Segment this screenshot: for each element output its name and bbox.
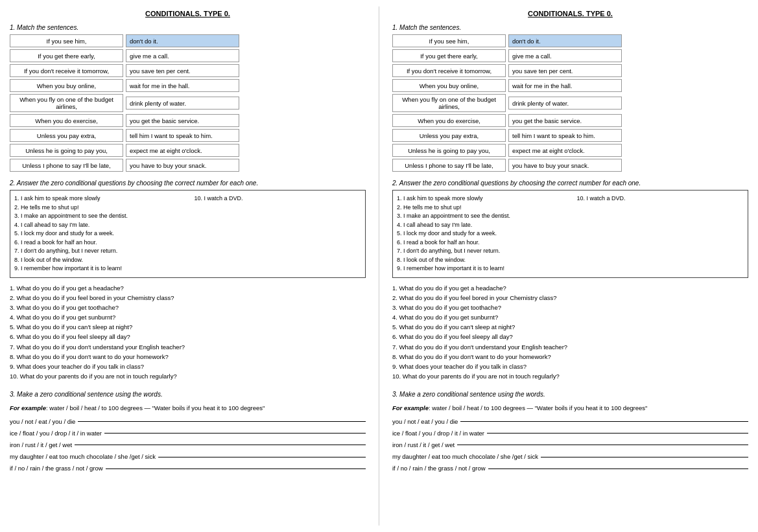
match-right-cell: you save ten per cent. [126,64,239,77]
fill-underline [541,457,748,457]
left-section3: 3. Make a zero conditional sentence usin… [10,389,366,474]
match-row: Unless you pay extra,tell him I want to … [10,129,366,142]
right-answer-box-row: 1. I ask him to speak more slowly2. He t… [397,194,744,273]
question-item: 5. What do you do if you can't sleep at … [10,322,366,332]
right-section3-example: For example: water / boil / heat / to 10… [392,403,748,413]
box-item: 5. I lock my door and study for a week. [397,229,564,238]
fill-line: ice / float / you / drop / it / in water [392,428,748,439]
match-row: Unless he is going to pay you,expect me … [392,144,748,157]
box-item: 9. I remember how important it is to lea… [397,264,564,273]
fill-underline [457,445,748,445]
match-left-cell: If you see him, [10,34,123,47]
left-box-col1: 1. I ask him to speak more slowly2. He t… [14,194,182,273]
match-row: If you see him,don't do it. [10,34,366,47]
box-item: 7. I don't do anything, but I never retu… [14,247,182,256]
box-item: 7. I don't do anything, but I never retu… [397,247,564,256]
match-right-cell: don't do it. [508,34,622,47]
match-left-cell: If you get there early, [392,49,506,62]
fill-underline [75,445,366,445]
left-title: CONDITIONALS. TYPE 0. [10,10,366,17]
left-fills: you / not / eat / you / dieice / float /… [10,417,366,474]
box-item: 1. I ask him to speak more slowly [397,194,564,203]
box-item: 3. I make an appointment to see the dent… [397,212,564,221]
match-right-cell: you save ten per cent. [508,64,622,77]
right-match-rows: If you see him,don't do it.If you get th… [392,34,748,172]
left-example-text: : water / boil / heat / to 100 degrees —… [46,404,265,411]
left-section2: 2. Answer the zero conditional questions… [10,179,366,381]
fill-underline [104,433,366,434]
match-row: Unless I phone to say I'll be late,you h… [10,159,366,172]
left-box-col2: 10. I watch a DVD. [195,194,362,273]
match-left-cell: Unless he is going to pay you, [10,144,123,157]
match-left-cell: Unless you pay extra, [392,129,506,142]
right-section3-label: 3. Make a zero conditional sentence usin… [392,389,748,400]
left-section2-label: 2. Answer the zero conditional questions… [10,179,366,187]
question-item: 6. What do you do if you feel sleepy all… [392,332,748,341]
box-item: 8. I look out of the window. [397,256,564,265]
question-item: 3. What do you do if you get toothache? [10,303,366,312]
fill-underline [106,468,366,469]
fill-underline [78,421,366,422]
right-box-col2: 10. I watch a DVD. [577,194,744,273]
match-left-cell: When you do exercise, [392,114,506,127]
fill-line-text: ice / float / you / drop / it / in water [392,428,484,439]
right-box-col1: 1. I ask him to speak more slowly2. He t… [397,194,564,273]
match-left-cell: If you don't receive it tomorrow, [392,64,506,77]
match-right-cell: give me a call. [508,49,622,62]
fill-line-text: you / not / eat / you / die [10,417,75,427]
left-questions: 1. What do you do if you get a headache?… [10,283,366,382]
fill-line-text: iron / rust / it / get / wet [10,440,72,450]
left-section1-label: 1. Match the sentences. [10,24,366,31]
match-left-cell: When you buy online, [10,79,123,92]
left-example-label: For example [10,404,46,411]
match-right-cell: don't do it. [126,34,239,47]
match-right-cell: you get the basic service. [126,114,239,127]
box-item: 2. He tells me to shut up! [14,203,182,213]
right-answer-box: 1. I ask him to speak more slowly2. He t… [392,190,748,278]
fill-line: my daughter / eat too much chocolate / s… [10,452,366,462]
right-questions: 1. What do you do if you get a headache?… [392,283,748,382]
question-item: 1. What do you do if you get a headache? [10,283,366,293]
fill-line: if / no / rain / the grass / not / grow [392,463,748,474]
match-row: If you see him,don't do it. [392,34,748,47]
box-item: 10. I watch a DVD. [195,194,362,203]
match-left-cell: Unless I phone to say I'll be late, [10,159,123,172]
match-left-cell: When you fly on one of the budget airlin… [10,94,123,112]
fill-line-text: you / not / eat / you / die [392,417,458,427]
left-match-rows: If you see him,don't do it.If you get th… [10,34,366,172]
match-right-cell: wait for me in the hall. [126,79,239,92]
match-right-cell: expect me at eight o'clock. [508,144,622,157]
fill-line: my daughter / eat too much chocolate / s… [392,452,748,462]
fill-underline [487,433,748,434]
box-item: 10. I watch a DVD. [577,194,744,203]
fill-line: iron / rust / it / get / wet [10,440,366,450]
column-divider [379,6,379,526]
left-section3-example: For example: water / boil / heat / to 10… [10,403,366,413]
right-section3: 3. Make a zero conditional sentence usin… [392,389,748,474]
box-item: 1. I ask him to speak more slowly [14,194,182,203]
fill-line-text: if / no / rain / the grass / not / grow [392,463,486,474]
right-section2-label: 2. Answer the zero conditional questions… [392,179,748,187]
match-right-cell: give me a call. [126,49,239,62]
match-right-cell: tell him I want to speak to him. [508,129,622,142]
box-item: 4. I call ahead to say I'm late. [14,221,182,230]
question-item: 4. What do you do if you get sunburnt? [392,312,748,322]
question-item: 9. What does your teacher do if you talk… [392,362,748,371]
left-column: CONDITIONALS. TYPE 0. 1. Match the sente… [6,6,369,526]
match-row: When you fly on one of the budget airlin… [10,94,366,112]
fill-underline [460,421,748,422]
question-item: 8. What do you do if you don't want to d… [392,352,748,362]
left-section3-label: 3. Make a zero conditional sentence usin… [10,389,366,400]
fill-line-text: if / no / rain / the grass / not / grow [10,463,103,474]
right-section2: 2. Answer the zero conditional questions… [392,179,748,381]
box-item: 2. He tells me to shut up! [397,203,564,213]
match-row: When you buy online,wait for me in the h… [10,79,366,92]
match-right-cell: expect me at eight o'clock. [126,144,239,157]
fill-underline [158,457,366,457]
box-item: 6. I read a book for half an hour. [14,238,182,248]
match-left-cell: If you get there early, [10,49,123,62]
question-item: 6. What do you do if you feel sleepy all… [10,332,366,341]
right-title: CONDITIONALS. TYPE 0. [392,10,748,17]
match-row: If you get there early,give me a call. [10,49,366,62]
question-item: 10. What do your parents do if you are n… [392,371,748,381]
